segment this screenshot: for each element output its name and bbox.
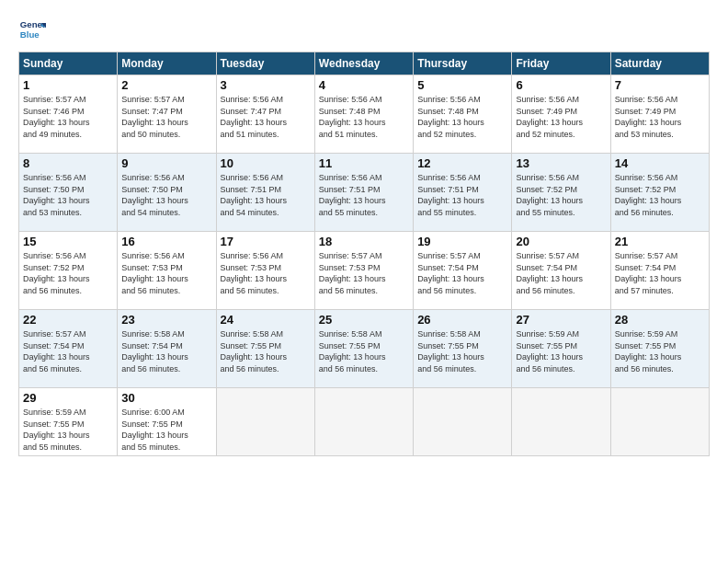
day-info: Sunrise: 5:56 AM Sunset: 7:53 PM Dayligh… — [221, 250, 311, 296]
day-number: 3 — [221, 78, 311, 92]
day-info: Sunrise: 5:57 AM Sunset: 7:47 PM Dayligh… — [121, 94, 211, 140]
day-info: Sunrise: 5:56 AM Sunset: 7:48 PM Dayligh… — [417, 94, 507, 140]
calendar-cell: 21Sunrise: 5:57 AM Sunset: 7:54 PM Dayli… — [610, 232, 709, 310]
weekday-header-sunday: Sunday — [19, 52, 118, 75]
weekday-header-friday: Friday — [512, 52, 610, 75]
calendar-cell: 10Sunrise: 5:56 AM Sunset: 7:51 PM Dayli… — [216, 154, 314, 232]
calendar-cell: 2Sunrise: 5:57 AM Sunset: 7:47 PM Daylig… — [118, 75, 216, 154]
calendar-cell: 28Sunrise: 5:59 AM Sunset: 7:55 PM Dayli… — [610, 310, 709, 388]
day-number: 1 — [23, 78, 113, 92]
calendar-cell: 18Sunrise: 5:57 AM Sunset: 7:53 PM Dayli… — [314, 232, 413, 310]
day-number: 5 — [417, 78, 507, 92]
calendar-cell: 14Sunrise: 5:56 AM Sunset: 7:52 PM Dayli… — [610, 154, 709, 232]
day-info: Sunrise: 5:56 AM Sunset: 7:49 PM Dayligh… — [615, 94, 705, 140]
day-info: Sunrise: 5:59 AM Sunset: 7:55 PM Dayligh… — [615, 328, 705, 374]
day-info: Sunrise: 5:58 AM Sunset: 7:55 PM Dayligh… — [417, 328, 507, 374]
day-info: Sunrise: 5:56 AM Sunset: 7:50 PM Dayligh… — [121, 172, 211, 218]
day-info: Sunrise: 5:56 AM Sunset: 7:51 PM Dayligh… — [319, 172, 409, 218]
logo-icon: General Blue — [18, 17, 46, 44]
day-number: 23 — [121, 313, 211, 327]
day-number: 29 — [23, 391, 113, 405]
day-info: Sunrise: 5:56 AM Sunset: 7:53 PM Dayligh… — [121, 250, 211, 296]
weekday-header-monday: Monday — [118, 52, 216, 75]
calendar-cell: 29Sunrise: 5:59 AM Sunset: 7:55 PM Dayli… — [19, 388, 118, 456]
day-info: Sunrise: 5:58 AM Sunset: 7:55 PM Dayligh… — [221, 328, 311, 374]
day-info: Sunrise: 5:56 AM Sunset: 7:52 PM Dayligh… — [23, 250, 113, 296]
day-info: Sunrise: 5:56 AM Sunset: 7:48 PM Dayligh… — [319, 94, 409, 140]
calendar-cell — [414, 388, 512, 456]
day-info: Sunrise: 5:58 AM Sunset: 7:54 PM Dayligh… — [121, 328, 211, 374]
calendar-cell — [216, 388, 314, 456]
day-number: 7 — [615, 78, 705, 92]
day-info: Sunrise: 5:57 AM Sunset: 7:54 PM Dayligh… — [417, 250, 507, 296]
calendar-cell: 7Sunrise: 5:56 AM Sunset: 7:49 PM Daylig… — [610, 75, 709, 154]
weekday-header-wednesday: Wednesday — [314, 52, 413, 75]
day-number: 22 — [23, 313, 113, 327]
calendar-cell: 3Sunrise: 5:56 AM Sunset: 7:47 PM Daylig… — [216, 75, 314, 154]
day-info: Sunrise: 5:56 AM Sunset: 7:51 PM Dayligh… — [221, 172, 311, 218]
day-number: 2 — [121, 78, 211, 92]
day-info: Sunrise: 6:00 AM Sunset: 7:55 PM Dayligh… — [121, 407, 211, 453]
calendar-table: SundayMondayTuesdayWednesdayThursdayFrid… — [18, 52, 710, 456]
day-info: Sunrise: 5:57 AM Sunset: 7:46 PM Dayligh… — [23, 94, 113, 140]
calendar-cell — [314, 388, 413, 456]
calendar-cell: 30Sunrise: 6:00 AM Sunset: 7:55 PM Dayli… — [118, 388, 216, 456]
calendar-cell: 26Sunrise: 5:58 AM Sunset: 7:55 PM Dayli… — [414, 310, 512, 388]
day-info: Sunrise: 5:56 AM Sunset: 7:49 PM Dayligh… — [516, 94, 606, 140]
day-number: 26 — [417, 313, 507, 327]
weekday-header-thursday: Thursday — [414, 52, 512, 75]
day-info: Sunrise: 5:57 AM Sunset: 7:54 PM Dayligh… — [516, 250, 606, 296]
calendar-cell: 4Sunrise: 5:56 AM Sunset: 7:48 PM Daylig… — [314, 75, 413, 154]
day-number: 10 — [221, 156, 311, 170]
day-number: 20 — [516, 235, 606, 248]
day-number: 4 — [319, 78, 409, 92]
calendar-cell: 20Sunrise: 5:57 AM Sunset: 7:54 PM Dayli… — [512, 232, 610, 310]
day-number: 27 — [516, 313, 606, 327]
weekday-header-tuesday: Tuesday — [216, 52, 314, 75]
day-number: 24 — [221, 313, 311, 327]
day-info: Sunrise: 5:59 AM Sunset: 7:55 PM Dayligh… — [516, 328, 606, 374]
day-info: Sunrise: 5:57 AM Sunset: 7:53 PM Dayligh… — [319, 250, 409, 296]
calendar-cell: 25Sunrise: 5:58 AM Sunset: 7:55 PM Dayli… — [314, 310, 413, 388]
day-info: Sunrise: 5:56 AM Sunset: 7:52 PM Dayligh… — [516, 172, 606, 218]
calendar-cell: 15Sunrise: 5:56 AM Sunset: 7:52 PM Dayli… — [19, 232, 118, 310]
calendar-cell: 22Sunrise: 5:57 AM Sunset: 7:54 PM Dayli… — [19, 310, 118, 388]
calendar-cell — [610, 388, 709, 456]
day-number: 30 — [121, 391, 211, 405]
calendar-cell: 8Sunrise: 5:56 AM Sunset: 7:50 PM Daylig… — [19, 154, 118, 232]
day-info: Sunrise: 5:57 AM Sunset: 7:54 PM Dayligh… — [23, 328, 113, 374]
calendar-cell: 5Sunrise: 5:56 AM Sunset: 7:48 PM Daylig… — [414, 75, 512, 154]
calendar-cell: 27Sunrise: 5:59 AM Sunset: 7:55 PM Dayli… — [512, 310, 610, 388]
day-info: Sunrise: 5:56 AM Sunset: 7:47 PM Dayligh… — [221, 94, 311, 140]
day-number: 13 — [516, 156, 606, 170]
day-number: 9 — [121, 156, 211, 170]
day-number: 25 — [319, 313, 409, 327]
day-info: Sunrise: 5:56 AM Sunset: 7:51 PM Dayligh… — [417, 172, 507, 218]
day-number: 8 — [23, 156, 113, 170]
day-number: 15 — [23, 235, 113, 248]
calendar-cell: 12Sunrise: 5:56 AM Sunset: 7:51 PM Dayli… — [414, 154, 512, 232]
calendar-cell: 16Sunrise: 5:56 AM Sunset: 7:53 PM Dayli… — [118, 232, 216, 310]
day-info: Sunrise: 5:57 AM Sunset: 7:54 PM Dayligh… — [615, 250, 705, 296]
day-number: 18 — [319, 235, 409, 248]
calendar-cell — [512, 388, 610, 456]
calendar-cell: 24Sunrise: 5:58 AM Sunset: 7:55 PM Dayli… — [216, 310, 314, 388]
day-number: 14 — [615, 156, 705, 170]
calendar-cell: 17Sunrise: 5:56 AM Sunset: 7:53 PM Dayli… — [216, 232, 314, 310]
day-number: 28 — [615, 313, 705, 327]
day-number: 21 — [615, 235, 705, 248]
day-info: Sunrise: 5:56 AM Sunset: 7:52 PM Dayligh… — [615, 172, 705, 218]
day-info: Sunrise: 5:59 AM Sunset: 7:55 PM Dayligh… — [23, 407, 113, 453]
day-info: Sunrise: 5:56 AM Sunset: 7:50 PM Dayligh… — [23, 172, 113, 218]
calendar-cell: 23Sunrise: 5:58 AM Sunset: 7:54 PM Dayli… — [118, 310, 216, 388]
calendar-cell: 6Sunrise: 5:56 AM Sunset: 7:49 PM Daylig… — [512, 75, 610, 154]
day-number: 19 — [417, 235, 507, 248]
calendar-cell: 19Sunrise: 5:57 AM Sunset: 7:54 PM Dayli… — [414, 232, 512, 310]
day-number: 11 — [319, 156, 409, 170]
day-number: 6 — [516, 78, 606, 92]
logo: General Blue — [18, 17, 50, 44]
day-number: 16 — [121, 235, 211, 248]
calendar-cell: 11Sunrise: 5:56 AM Sunset: 7:51 PM Dayli… — [314, 154, 413, 232]
calendar-cell: 9Sunrise: 5:56 AM Sunset: 7:50 PM Daylig… — [118, 154, 216, 232]
calendar-cell: 1Sunrise: 5:57 AM Sunset: 7:46 PM Daylig… — [19, 75, 118, 154]
